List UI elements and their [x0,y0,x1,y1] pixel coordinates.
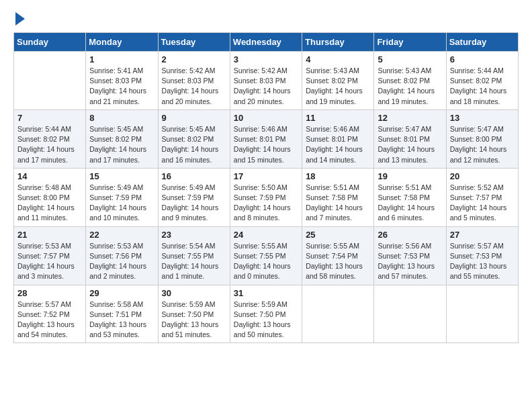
calendar-day-cell: 10Sunrise: 5:46 AM Sunset: 8:01 PM Dayli… [230,109,302,168]
day-number: 16 [162,171,226,181]
day-number: 15 [89,171,154,181]
calendar-day-cell: 31Sunrise: 5:59 AM Sunset: 7:50 PM Dayli… [230,285,302,343]
day-info: Sunrise: 5:59 AM Sunset: 7:50 PM Dayligh… [234,300,298,340]
calendar-day-cell: 21Sunrise: 5:53 AM Sunset: 7:57 PM Dayli… [14,226,86,285]
calendar-day-cell: 4Sunrise: 5:43 AM Sunset: 8:02 PM Daylig… [302,52,374,110]
calendar-day-cell: 17Sunrise: 5:50 AM Sunset: 7:59 PM Dayli… [230,168,302,226]
calendar-day-cell: 9Sunrise: 5:45 AM Sunset: 8:02 PM Daylig… [158,109,230,168]
day-number: 3 [234,54,298,64]
day-number: 26 [378,230,442,240]
logo-arrow-icon [15,12,25,26]
day-info: Sunrise: 5:58 AM Sunset: 7:51 PM Dayligh… [89,300,154,340]
day-number: 14 [17,171,82,181]
calendar-day-cell [374,285,446,343]
day-number: 28 [17,288,82,298]
day-of-week-header: Saturday [446,33,518,52]
calendar-day-cell: 6Sunrise: 5:44 AM Sunset: 8:02 PM Daylig… [446,52,518,110]
calendar-day-cell: 2Sunrise: 5:42 AM Sunset: 8:03 PM Daylig… [158,52,230,110]
day-number: 11 [306,113,370,123]
page-header [13,13,519,26]
day-of-week-header: Wednesday [230,33,302,52]
day-number: 18 [306,171,370,181]
day-number: 4 [306,54,370,64]
calendar-day-cell: 12Sunrise: 5:47 AM Sunset: 8:01 PM Dayli… [374,109,446,168]
day-number: 25 [306,230,370,240]
day-number: 29 [89,288,154,298]
day-number: 2 [162,54,226,64]
day-number: 24 [234,230,298,240]
day-info: Sunrise: 5:59 AM Sunset: 7:50 PM Dayligh… [162,300,226,340]
calendar-day-cell [14,52,86,110]
calendar-day-cell: 25Sunrise: 5:55 AM Sunset: 7:54 PM Dayli… [302,226,374,285]
calendar-day-cell: 29Sunrise: 5:58 AM Sunset: 7:51 PM Dayli… [86,285,158,343]
day-info: Sunrise: 5:54 AM Sunset: 7:55 PM Dayligh… [162,241,226,282]
day-number: 19 [378,171,442,181]
day-of-week-header: Sunday [14,33,86,52]
calendar-week-row: 21Sunrise: 5:53 AM Sunset: 7:57 PM Dayli… [14,226,519,285]
day-of-week-header: Friday [374,33,446,52]
calendar-day-cell: 5Sunrise: 5:43 AM Sunset: 8:02 PM Daylig… [374,52,446,110]
day-number: 31 [234,288,298,298]
calendar-day-cell [302,285,374,343]
calendar-day-cell: 24Sunrise: 5:55 AM Sunset: 7:55 PM Dayli… [230,226,302,285]
calendar-day-cell: 20Sunrise: 5:52 AM Sunset: 7:57 PM Dayli… [446,168,518,226]
calendar-day-cell: 16Sunrise: 5:49 AM Sunset: 7:59 PM Dayli… [158,168,230,226]
day-info: Sunrise: 5:49 AM Sunset: 7:59 PM Dayligh… [162,183,226,224]
day-info: Sunrise: 5:57 AM Sunset: 7:52 PM Dayligh… [17,300,82,340]
calendar-day-cell: 1Sunrise: 5:41 AM Sunset: 8:03 PM Daylig… [86,52,158,110]
day-info: Sunrise: 5:42 AM Sunset: 8:03 PM Dayligh… [162,66,226,107]
calendar-day-cell: 8Sunrise: 5:45 AM Sunset: 8:02 PM Daylig… [86,109,158,168]
day-info: Sunrise: 5:47 AM Sunset: 8:00 PM Dayligh… [450,124,515,165]
day-info: Sunrise: 5:48 AM Sunset: 8:00 PM Dayligh… [17,183,82,224]
day-number: 10 [234,113,298,123]
calendar-week-row: 28Sunrise: 5:57 AM Sunset: 7:52 PM Dayli… [14,285,519,343]
calendar-day-cell: 30Sunrise: 5:59 AM Sunset: 7:50 PM Dayli… [158,285,230,343]
day-info: Sunrise: 5:44 AM Sunset: 8:02 PM Dayligh… [450,66,515,107]
day-info: Sunrise: 5:51 AM Sunset: 7:58 PM Dayligh… [378,183,442,224]
day-of-week-header: Monday [86,33,158,52]
calendar-header-row: SundayMondayTuesdayWednesdayThursdayFrid… [14,33,519,52]
calendar-day-cell: 18Sunrise: 5:51 AM Sunset: 7:58 PM Dayli… [302,168,374,226]
day-number: 7 [17,113,82,123]
logo [13,13,25,26]
day-number: 5 [378,54,442,64]
day-number: 1 [89,54,154,64]
day-info: Sunrise: 5:47 AM Sunset: 8:01 PM Dayligh… [378,124,442,165]
day-info: Sunrise: 5:44 AM Sunset: 8:02 PM Dayligh… [17,124,82,165]
day-number: 20 [450,171,515,181]
calendar-day-cell: 3Sunrise: 5:42 AM Sunset: 8:03 PM Daylig… [230,52,302,110]
day-info: Sunrise: 5:51 AM Sunset: 7:58 PM Dayligh… [306,183,370,224]
calendar-day-cell: 28Sunrise: 5:57 AM Sunset: 7:52 PM Dayli… [14,285,86,343]
calendar-day-cell: 13Sunrise: 5:47 AM Sunset: 8:00 PM Dayli… [446,109,518,168]
day-info: Sunrise: 5:45 AM Sunset: 8:02 PM Dayligh… [162,124,226,165]
day-info: Sunrise: 5:52 AM Sunset: 7:57 PM Dayligh… [450,183,515,224]
day-info: Sunrise: 5:43 AM Sunset: 8:02 PM Dayligh… [306,66,370,107]
day-number: 30 [162,288,226,298]
day-info: Sunrise: 5:57 AM Sunset: 7:53 PM Dayligh… [450,241,515,282]
calendar-day-cell [446,285,518,343]
calendar-day-cell: 22Sunrise: 5:53 AM Sunset: 7:56 PM Dayli… [86,226,158,285]
calendar-day-cell: 11Sunrise: 5:46 AM Sunset: 8:01 PM Dayli… [302,109,374,168]
day-info: Sunrise: 5:42 AM Sunset: 8:03 PM Dayligh… [234,66,298,107]
day-info: Sunrise: 5:45 AM Sunset: 8:02 PM Dayligh… [89,124,154,165]
day-number: 13 [450,113,515,123]
day-number: 27 [450,230,515,240]
day-number: 6 [450,54,515,64]
day-of-week-header: Tuesday [158,33,230,52]
calendar-day-cell: 15Sunrise: 5:49 AM Sunset: 7:59 PM Dayli… [86,168,158,226]
calendar-day-cell: 26Sunrise: 5:56 AM Sunset: 7:53 PM Dayli… [374,226,446,285]
calendar-day-cell: 27Sunrise: 5:57 AM Sunset: 7:53 PM Dayli… [446,226,518,285]
calendar-week-row: 7Sunrise: 5:44 AM Sunset: 8:02 PM Daylig… [14,109,519,168]
day-number: 23 [162,230,226,240]
day-info: Sunrise: 5:43 AM Sunset: 8:02 PM Dayligh… [378,66,442,107]
calendar-day-cell: 7Sunrise: 5:44 AM Sunset: 8:02 PM Daylig… [14,109,86,168]
day-number: 8 [89,113,154,123]
calendar-day-cell: 23Sunrise: 5:54 AM Sunset: 7:55 PM Dayli… [158,226,230,285]
day-info: Sunrise: 5:55 AM Sunset: 7:54 PM Dayligh… [306,241,370,282]
day-number: 22 [89,230,154,240]
day-number: 21 [17,230,82,240]
day-info: Sunrise: 5:49 AM Sunset: 7:59 PM Dayligh… [89,183,154,224]
day-info: Sunrise: 5:41 AM Sunset: 8:03 PM Dayligh… [89,66,154,107]
calendar-week-row: 14Sunrise: 5:48 AM Sunset: 8:00 PM Dayli… [14,168,519,226]
day-info: Sunrise: 5:53 AM Sunset: 7:56 PM Dayligh… [89,241,154,282]
